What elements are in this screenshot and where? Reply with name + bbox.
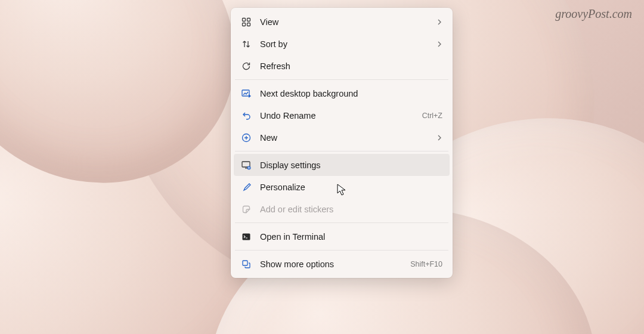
- chevron-right-icon: [436, 41, 442, 47]
- svg-rect-10: [243, 261, 247, 265]
- svg-rect-3: [247, 23, 250, 26]
- paintbrush-icon: [241, 182, 252, 193]
- grid-icon: [241, 17, 252, 27]
- svg-marker-5: [249, 94, 251, 98]
- menu-item-add-stickers: Add or edit stickers: [234, 198, 450, 220]
- display-settings-icon: [241, 160, 252, 171]
- menu-item-label: Add or edit stickers: [260, 205, 442, 214]
- menu-item-new[interactable]: New: [234, 126, 450, 149]
- menu-separator: [235, 250, 448, 250]
- menu-item-label: Personalize: [260, 183, 442, 192]
- menu-item-show-more-options[interactable]: Show more options Shift+F10: [234, 253, 450, 275]
- menu-separator: [235, 222, 448, 223]
- menu-item-label: Undo Rename: [260, 111, 414, 120]
- chevron-right-icon: [436, 135, 442, 141]
- terminal-icon: [241, 231, 252, 242]
- sticker-icon: [241, 204, 252, 215]
- desktop-context-menu: View Sort by Refresh: [231, 8, 453, 278]
- menu-separator: [235, 151, 448, 151]
- svg-rect-1: [247, 18, 250, 21]
- svg-rect-0: [243, 18, 246, 21]
- menu-item-sort-by[interactable]: Sort by: [234, 33, 450, 55]
- svg-rect-4: [242, 90, 249, 96]
- watermark-text: groovyPost.com: [555, 7, 632, 21]
- menu-item-display-settings[interactable]: Display settings: [234, 154, 450, 176]
- menu-item-label: Show more options: [260, 259, 402, 269]
- undo-icon: [241, 110, 252, 121]
- menu-item-label: New: [260, 133, 428, 143]
- menu-item-label: Display settings: [260, 160, 442, 170]
- plus-circle-icon: [241, 132, 252, 143]
- menu-item-next-desktop-background[interactable]: Next desktop background: [234, 82, 450, 104]
- menu-item-label: Next desktop background: [260, 89, 442, 98]
- menu-item-label: Refresh: [260, 61, 442, 71]
- menu-separator: [235, 79, 448, 80]
- menu-item-undo-rename[interactable]: Undo Rename Ctrl+Z: [234, 104, 450, 126]
- menu-item-view[interactable]: View: [234, 11, 450, 33]
- menu-item-label: Sort by: [260, 39, 428, 49]
- svg-rect-9: [243, 233, 250, 240]
- menu-item-shortcut: Ctrl+Z: [422, 112, 442, 120]
- refresh-icon: [241, 61, 252, 72]
- menu-item-shortcut: Shift+F10: [410, 260, 442, 268]
- menu-item-refresh[interactable]: Refresh: [234, 55, 450, 77]
- chevron-right-icon: [436, 19, 442, 25]
- next-background-icon: [241, 88, 252, 99]
- sort-icon: [241, 39, 252, 50]
- svg-rect-2: [243, 23, 246, 26]
- menu-item-open-terminal[interactable]: Open in Terminal: [234, 225, 450, 248]
- menu-item-label: View: [260, 17, 428, 27]
- menu-item-label: Open in Terminal: [260, 232, 442, 242]
- more-options-icon: [241, 259, 252, 270]
- menu-item-personalize[interactable]: Personalize: [234, 176, 450, 198]
